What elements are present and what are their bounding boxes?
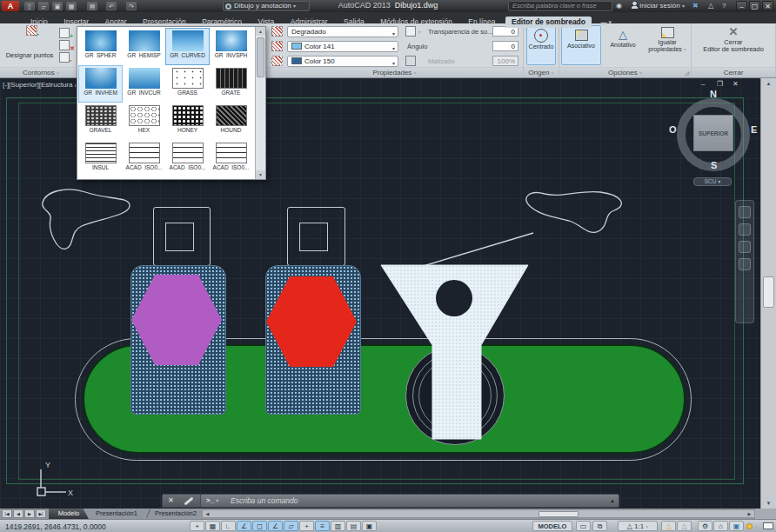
tab-administrar[interactable]: Administrar [284, 17, 334, 28]
pattern-tile[interactable]: ACAD_ISO0... [210, 141, 252, 176]
minimize-button[interactable]: – [736, 1, 747, 10]
vertical-scroll-thumb[interactable] [763, 276, 774, 308]
scroll-up-icon[interactable]: ▲ [256, 27, 265, 36]
dialog-launcher-icon[interactable]: ◿ [685, 68, 689, 78]
model-space-button[interactable]: MODELO [532, 521, 572, 531]
compass-west[interactable]: O [669, 124, 677, 135]
command-line-bar[interactable]: ✕ >_ ▾ Escriba un comando ▲ [162, 494, 619, 508]
pattern-tile[interactable]: HOUND [210, 103, 252, 139]
redo-icon[interactable]: ↷ [126, 2, 137, 10]
transparency-toggle[interactable]: ▥ [331, 521, 345, 531]
otrack-toggle[interactable]: ∠ [268, 521, 283, 531]
chevron-down-icon[interactable]: ▾ [418, 29, 421, 35]
dynamic-ucs-toggle[interactable]: ▱ [284, 521, 298, 531]
viewport-controls-label[interactable]: [-][Superior][Estructura alámbrica 2D] [3, 81, 76, 89]
open-file-icon[interactable]: ▱ [38, 2, 49, 10]
compass-north[interactable]: N [710, 89, 717, 99]
sign-in-button[interactable]: Iniciar sesión ▾ [632, 2, 685, 10]
app-logo-icon[interactable]: A [2, 1, 19, 11]
horizontal-scrollbar[interactable]: ◀ ▶ [202, 509, 755, 518]
asociativo-button[interactable]: Asociativo [561, 25, 601, 65]
gallery-scroll-thumb[interactable] [257, 37, 264, 77]
tab-modelo[interactable]: Modelo [49, 509, 89, 519]
annotation-autoscale-icon[interactable]: △ [677, 521, 692, 531]
gallery-scrollbar[interactable]: ▲ ▼ [255, 27, 265, 179]
pattern-tile[interactable]: ACAD_ISO0... [166, 141, 209, 176]
viewcube-face[interactable]: SUPERIOR [693, 115, 733, 151]
drawings-quickview-icon[interactable]: ⧉ [592, 521, 607, 531]
panel-opciones-footer[interactable]: Opciones ▾ ◿ [559, 67, 691, 77]
polar-toggle[interactable]: ∠ [237, 521, 251, 531]
igualar-propiedades-button[interactable]: Igualar propiedades ▾ [645, 25, 690, 65]
coordinates-readout[interactable]: 1419.2691, 2646.4731, 0.0000 [5, 522, 106, 531]
tab-salida[interactable]: Salida [338, 17, 371, 28]
tab-editor-sombreado[interactable]: Editor de sombreado [505, 17, 592, 28]
orbit-icon[interactable] [739, 258, 751, 270]
scroll-up-icon[interactable]: ▲ [761, 78, 776, 89]
scroll-right-icon[interactable]: ▶ [745, 510, 754, 518]
annotation-visibility-icon[interactable]: △ [661, 521, 676, 531]
selection-cycling-toggle[interactable]: ▣ [362, 521, 377, 531]
dynamic-input-toggle[interactable]: + [299, 521, 314, 531]
hardware-accel-icon[interactable]: ▣ [729, 521, 744, 531]
tab-presentacion2[interactable]: Presentación2 [155, 509, 197, 519]
pattern-tile[interactable]: ACAD_ISO0... [123, 141, 165, 176]
save-as-icon[interactable]: ▦ [66, 2, 77, 10]
toolbar-lock-icon[interactable]: ⌂ [713, 521, 728, 531]
restore-button[interactable]: ▢ [749, 1, 760, 10]
prev-layout-icon[interactable]: ◀ [13, 509, 23, 518]
scroll-down-icon[interactable]: ▼ [761, 498, 776, 509]
search-icon[interactable]: ◉ [616, 2, 622, 10]
grid-toggle[interactable]: ▦ [205, 521, 220, 531]
command-resize-icon[interactable]: ▲ [610, 498, 615, 503]
horizontal-scroll-thumb[interactable] [539, 511, 579, 517]
gradient-color1-select[interactable]: Color 141 ▾ [287, 41, 398, 52]
pattern-tile[interactable]: GR_INVCUR [123, 66, 165, 102]
exchange-icon[interactable]: ✖ [692, 2, 699, 10]
scroll-down-icon[interactable]: ▼ [256, 170, 265, 179]
tab-inicio[interactable]: Inicio [24, 17, 54, 28]
status-menu-icon[interactable]: ▾ [755, 524, 758, 530]
doc-close-icon[interactable]: ✕ [733, 80, 739, 88]
tab-presentacion1[interactable]: Presentación1 [96, 509, 137, 519]
gradient-color2-select[interactable]: Color 150 ▾ [287, 56, 398, 67]
lineweight-toggle[interactable]: ≡ [315, 521, 330, 531]
osnap-toggle[interactable]: ◻ [252, 521, 267, 531]
pattern-tile[interactable]: GR_SPHER [79, 29, 122, 64]
ribbon-minimize-icon[interactable]: ▬ ▾ [595, 19, 611, 26]
cerrar-editor-button[interactable]: ✕ Cerrar Editor de sombreado [699, 25, 768, 65]
compass-east[interactable]: E [751, 124, 757, 135]
panel-contornos-footer[interactable]: Contornos ▾ [0, 67, 82, 77]
close-button[interactable]: ✕ [762, 1, 773, 10]
pattern-tile[interactable]: GRASS [166, 66, 209, 102]
print-icon[interactable]: ▤ [87, 2, 97, 10]
pattern-tile[interactable]: GRATE [210, 66, 252, 102]
ortho-toggle[interactable]: ∟ [221, 521, 236, 531]
first-layout-icon[interactable]: |◀ [2, 509, 12, 518]
doc-restore-icon[interactable]: ❐ [717, 80, 723, 88]
pan-icon[interactable] [739, 223, 751, 236]
pattern-tile-hover[interactable]: GR_INVHEM [79, 66, 122, 102]
annotation-scale-button[interactable]: △ 1:1 ▾ [618, 521, 658, 531]
anotativo-button[interactable]: △ Anotativo [603, 25, 643, 65]
pattern-tile-selected[interactable]: GR_CURVED [166, 29, 209, 64]
next-layout-icon[interactable]: ▶ [24, 509, 35, 518]
vertical-scrollbar[interactable]: ▲ ▼ [760, 78, 776, 509]
panel-propiedades-footer[interactable]: Propiedades ▾ [266, 67, 523, 77]
centrado-button[interactable]: Centrado [526, 25, 556, 65]
workspace-selector[interactable]: Dibujo y anotación ▾ [223, 1, 310, 11]
workspace-switch-gear-icon[interactable]: ⚙ [698, 521, 712, 531]
tab-modulos[interactable]: Módulos de extensión [374, 17, 458, 28]
pattern-tile[interactable]: GR_HEMISP [123, 29, 165, 64]
clean-screen-button[interactable] [763, 522, 773, 529]
last-layout-icon[interactable]: ▶| [36, 509, 46, 518]
pattern-tile[interactable]: HONEY [166, 103, 209, 139]
compass-south[interactable]: S [711, 160, 717, 170]
help-search-input[interactable]: Escriba palabra clave o frase [508, 1, 612, 11]
isolate-objects-lightbulb-icon[interactable] [746, 523, 753, 529]
pattern-tile[interactable]: HEX [123, 103, 165, 139]
navigation-bar[interactable] [735, 200, 754, 323]
command-input[interactable]: Escriba un comando [231, 496, 298, 505]
angle-value[interactable]: 0 [492, 41, 518, 51]
recreate-boundary-button[interactable]: ▪ [59, 50, 71, 66]
